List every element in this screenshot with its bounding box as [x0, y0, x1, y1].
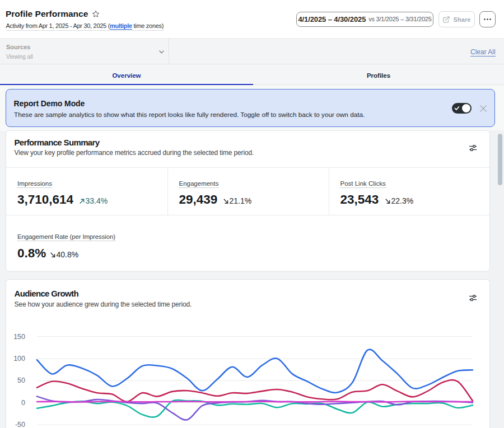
svg-text:50: 50	[17, 377, 25, 384]
svg-text:100: 100	[13, 355, 25, 363]
svg-text:0: 0	[21, 399, 25, 407]
svg-text:150: 150	[13, 333, 25, 341]
svg-text:-50: -50	[15, 421, 25, 428]
